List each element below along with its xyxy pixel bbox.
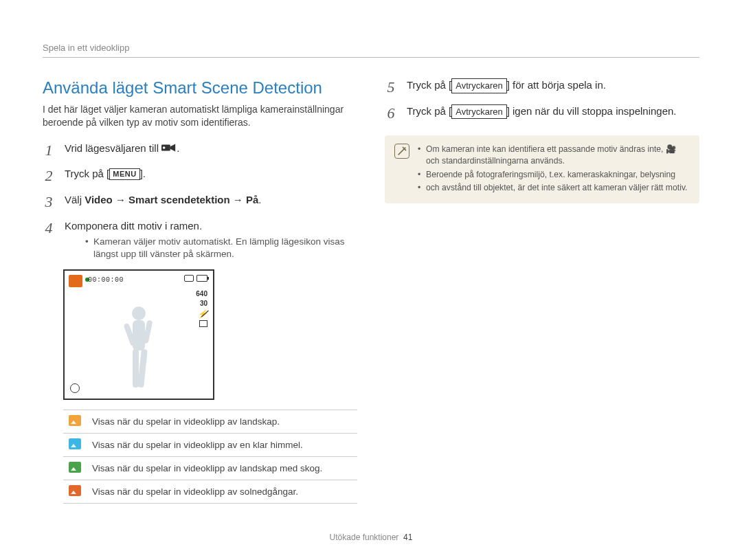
record-timer: 00:00:00	[88, 276, 124, 284]
menu-button-label: MENU	[109, 168, 139, 180]
note-list: Om kameran inte kan identifiera ett pass…	[418, 144, 690, 194]
step-bullet-list: Kameran väljer motiv automatiskt. En läm…	[65, 236, 357, 260]
table-row: Visas när du spelar in videoklipp av sol…	[63, 480, 357, 503]
table-row: Visas när du spelar in videoklipp av lan…	[63, 410, 357, 433]
landscape-icon	[69, 415, 81, 426]
step-number: 5	[385, 77, 397, 98]
scene-description: Visas när du spelar in videoklipp av sol…	[87, 480, 357, 503]
step-number: 2	[43, 166, 55, 186]
note-item: Om kameran inte kan identifiera ett pass…	[418, 144, 690, 167]
note-item: Beroende på fotograferingsmiljö, t.ex. k…	[418, 169, 690, 181]
step-1: 1 Vrid lägesväljaren till .	[43, 142, 357, 161]
breadcrumb: Spela in ett videoklipp	[43, 43, 699, 53]
shutter-label: Avtryckaren	[451, 104, 506, 120]
step-text-pre: Tryck på [	[407, 79, 451, 91]
svg-point-2	[132, 306, 146, 320]
step-text-post: ] igen när du vill stoppa inspelningen.	[507, 105, 677, 117]
step-number: 6	[385, 103, 397, 124]
scene-icon-cell	[63, 433, 87, 456]
stabilizer-icon	[70, 383, 80, 393]
sunset-icon	[69, 485, 81, 496]
smart-mode-icon	[69, 275, 82, 287]
mode-dial-video-icon	[161, 143, 177, 153]
battery-icon	[196, 275, 207, 282]
step-number: 1	[43, 140, 55, 161]
note-icon	[394, 144, 409, 159]
step-bold: Video → Smart scendetektion → På	[85, 194, 258, 205]
note-item: och avstånd till objektet, är det inte s…	[418, 182, 690, 194]
table-row: Visas när du spelar in videoklipp av lan…	[63, 456, 357, 480]
step-number: 3	[43, 192, 55, 212]
step-bullet: Kameran väljer motiv automatiskt. En läm…	[85, 236, 357, 260]
footer-label: Utökade funktioner	[330, 533, 399, 542]
sky-icon	[69, 438, 81, 449]
step-body: Vrid lägesväljaren till .	[65, 142, 357, 161]
step-body: Välj Video → Smart scendetektion → På.	[65, 193, 357, 212]
scene-icon-cell	[63, 410, 87, 433]
person-silhouette	[115, 302, 163, 394]
frame-icon	[199, 320, 207, 327]
storage-icon	[184, 275, 194, 282]
step-body: Tryck på [MENU].	[65, 167, 357, 186]
step-3: 3 Välj Video → Smart scendetektion → På.	[43, 193, 357, 212]
step-text-post: .	[258, 194, 261, 205]
svg-point-1	[163, 146, 166, 149]
step-text: Vrid lägesväljaren till	[65, 142, 161, 154]
step-6: 6 Tryck på [Avtryckaren] igen när du vil…	[385, 104, 699, 124]
page-footer: Utökade funktioner 41	[0, 533, 742, 542]
step-body: Tryck på [Avtryckaren] för att börja spe…	[407, 78, 699, 98]
forest-icon	[69, 462, 81, 473]
step-text-post: ].	[140, 168, 146, 179]
page-number: 41	[403, 533, 412, 542]
divider	[43, 57, 699, 58]
step-4: 4 Komponera ditt motiv i ramen. Kameran …	[43, 219, 357, 261]
scene-icon-cell	[63, 456, 87, 480]
camera-preview: 00:00:00 640 30 ⚡̸	[63, 269, 214, 400]
scene-icon-cell	[63, 480, 87, 503]
note-text: Om kameran inte kan identifiera ett pass…	[426, 144, 676, 166]
flash-off-icon: ⚡̸	[197, 309, 207, 319]
step-text-pre: Tryck på [	[65, 168, 109, 179]
step-body: Komponera ditt motiv i ramen. Kameran vä…	[65, 219, 357, 261]
svg-rect-7	[137, 348, 148, 388]
scene-description: Visas när du spelar in videoklipp av en …	[87, 433, 357, 456]
left-column: Använda läget Smart Scene Detection I de…	[43, 78, 357, 504]
scene-description: Visas när du spelar in videoklipp av lan…	[87, 456, 357, 480]
fps-label: 30	[200, 300, 207, 307]
right-column: 5 Tryck på [Avtryckaren] för att börja s…	[385, 78, 699, 504]
shutter-label: Avtryckaren	[451, 78, 506, 93]
scene-icon-table: Visas när du spelar in videoklipp av lan…	[63, 410, 357, 504]
step-number: 4	[43, 218, 55, 261]
step-text-post: ] för att börja spela in.	[507, 79, 606, 91]
manual-page: Spela in ett videoklipp Använda läget Sm…	[0, 0, 742, 560]
note-box: Om kameran inte kan identifiera ett pass…	[385, 135, 699, 203]
section-title: Använda läget Smart Scene Detection	[43, 78, 357, 98]
content-columns: Använda läget Smart Scene Detection I de…	[43, 78, 699, 504]
resolution-label: 640	[196, 290, 207, 298]
step-5: 5 Tryck på [Avtryckaren] för att börja s…	[385, 78, 699, 98]
scene-description: Visas när du spelar in videoklipp av lan…	[87, 410, 357, 433]
step-text-pre: Tryck på [	[407, 105, 451, 117]
svg-rect-6	[133, 349, 139, 388]
svg-rect-3	[133, 320, 145, 350]
step-2: 2 Tryck på [MENU].	[43, 167, 357, 186]
step-text: Komponera ditt motiv i ramen.	[65, 220, 202, 232]
table-row: Visas när du spelar in videoklipp av en …	[63, 433, 357, 456]
step-text-pre: Välj	[65, 194, 85, 205]
intro-text: I det här läget väljer kameran automatis…	[43, 103, 357, 129]
step-body: Tryck på [Avtryckaren] igen när du vill …	[407, 104, 699, 124]
